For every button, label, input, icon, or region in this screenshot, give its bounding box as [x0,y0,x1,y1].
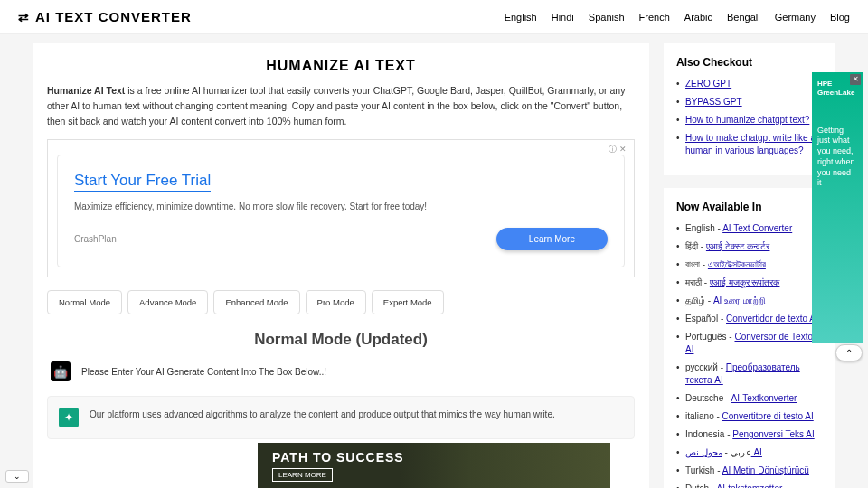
mode-advance[interactable]: Advance Mode [127,290,208,314]
languages-list: English - AI Text Converterहिंदी - एआई ट… [676,222,823,488]
lang-link[interactable]: AI-Textkonverter [731,393,797,403]
intro-text: Humanize AI Text is a free online AI hum… [47,83,635,128]
checkout-list: ZERO GPT BYPASS GPT How to humanize chat… [676,78,823,157]
ad-title: Start Your Free Trial [74,172,211,192]
lang-link[interactable]: एआई मजकूर रूपांतरक [710,277,780,287]
lang-link[interactable]: AI உரை மாற்றி [713,296,766,305]
ad-container: ⓘ ✕ Start Your Free Trial Maximize effic… [47,139,635,277]
nav-bengali[interactable]: Bengali [727,12,760,23]
checkout-box: Also Checkout ZERO GPT BYPASS GPT How to… [664,43,835,175]
link-humanize[interactable]: How to humanize chatgpt text? [685,115,809,125]
logo-icon: ⇄ [18,10,30,24]
ad-info-close[interactable]: ⓘ ✕ [609,144,627,155]
info-text: Our platform uses advanced algorithms to… [90,408,555,421]
lang-item: English - AI Text Converter [676,222,823,235]
mode-enhanced[interactable]: Enhanced Mode [213,290,299,314]
bottom-ad-title: PATH TO SUCCESS [272,450,404,465]
lang-item: عربي - محول نص AI [676,446,823,459]
sidebar: Also Checkout ZERO GPT BYPASS GPT How to… [664,43,835,488]
header: ⇄ AI TEXT CONVERTER English Hindi Spanis… [0,0,868,34]
nav-french[interactable]: French [639,12,670,23]
page-title: HUMANIZE AI TEXT [47,58,635,74]
link-zerogpt[interactable]: ZERO GPT [685,79,731,89]
ad-card[interactable]: Start Your Free Trial Maximize efficienc… [57,155,625,267]
languages-box: Now Available In English - AI Text Conve… [664,188,835,488]
mode-tabs: Normal Mode Advance Mode Enhanced Mode P… [47,290,635,314]
logo-text: AI TEXT CONVERTER [35,9,192,24]
logo[interactable]: ⇄ AI TEXT CONVERTER [18,9,192,24]
right-ad-text: Getting just what you need, right when y… [817,126,857,189]
lang-link[interactable]: Pengonversi Teks AI [732,429,814,439]
ad-close-icon[interactable]: ✕ [850,74,861,85]
ad-learn-more-button[interactable]: Learn More [496,228,608,250]
lang-link[interactable]: Convertitore di testo AI [722,411,814,421]
mode-normal[interactable]: Normal Mode [47,290,122,314]
lang-item: தமிழ் - AI உரை மாற்றி [676,295,823,307]
lang-item: Português - Conversor de Texto AI [676,331,823,356]
lang-item: मराठी - एआई मजकूर रूपांतरक [676,277,823,289]
robot-icon: 🤖 [51,361,71,381]
prompt-row: 🤖 Please Enter Your AI Generate Content … [47,361,635,381]
right-ad[interactable]: ✕ HPE GreenLake Getting just what you ne… [812,72,863,343]
prompt-text: Please Enter Your AI Generate Content In… [81,367,326,377]
lang-item: हिंदी - एआई टेक्स्ट कन्वर्टर [676,240,823,253]
lang-link[interactable]: এআইটেক্সটকনভার্টার [708,259,766,269]
lang-item: Dutch - AI-tekstomzetter [676,483,823,488]
chatgpt-icon: ✦ [59,408,79,427]
link-multilang[interactable]: How to make chatgpt write like a human i… [685,133,816,155]
languages-title: Now Available In [676,201,823,213]
ad-desc: Maximize efficiency, minimize downtime. … [74,202,608,211]
mode-pro[interactable]: Pro Mode [306,290,366,314]
nav-blog[interactable]: Blog [830,12,850,23]
lang-item: বাংলা - এআইটেক্সটকনভার্টার [676,258,823,271]
lang-item: Turkish - AI Metin Dönüştürücü [676,465,823,477]
lang-link[interactable]: AI Metin Dönüştürücü [722,465,809,475]
nav-english[interactable]: English [505,12,537,23]
checkout-title: Also Checkout [676,56,823,69]
main-content: HUMANIZE AI TEXT Humanize AI Text is a f… [33,43,649,488]
lang-item: Indonesia - Pengonversi Teks AI [676,428,823,441]
nav-spanish[interactable]: Spanish [589,12,625,23]
nav-hindi[interactable]: Hindi [552,12,574,23]
intro-bold: Humanize AI Text [47,85,125,96]
lang-item: italiano - Convertitore di testo AI [676,410,823,423]
lang-item: русский - Преобразователь текста AI [676,361,823,387]
intro-rest: is a free online AI humanizer tool that … [47,85,625,127]
lang-link[interactable]: AI-tekstomzetter [716,483,782,488]
mode-expert[interactable]: Expert Mode [372,290,444,314]
lang-item: Deutsche - AI-Textkonverter [676,392,823,405]
nav-arabic[interactable]: Arabic [684,12,712,23]
link-bypassgpt[interactable]: BYPASS GPT [685,97,742,107]
lang-link[interactable]: Convertidor de texto AI [726,314,818,324]
bottom-ad-sub: LEARN MORE [272,468,333,482]
scroll-up-button[interactable]: ⌃ [835,344,863,361]
ad-brand: CrashPlan [74,234,117,244]
nav-germany[interactable]: Germany [775,12,816,23]
lang-item: Español - Convertidor de texto AI [676,313,823,325]
lang-link[interactable]: एआई टेक्स्ट कन्वर्टर [706,241,770,251]
info-box: ✦ Our platform uses advanced algorithms … [47,396,635,439]
collapse-button[interactable]: ⌄ [5,470,29,483]
lang-link[interactable]: AI Text Converter [722,223,792,233]
nav: English Hindi Spanish French Arabic Beng… [505,12,850,23]
bottom-ad[interactable]: PATH TO SUCCESS LEARN MORE [258,443,610,488]
mode-heading: Normal Mode (Updated) [47,331,635,349]
